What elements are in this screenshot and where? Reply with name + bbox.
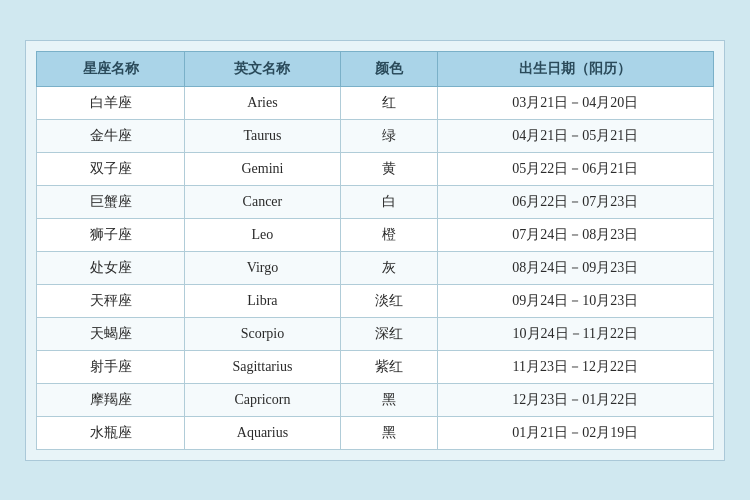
- cell-color: 白: [340, 185, 437, 218]
- cell-english-name: Aquarius: [185, 416, 340, 449]
- col-header-english: 英文名称: [185, 51, 340, 86]
- table-row: 摩羯座Capricorn黑12月23日－01月22日: [37, 383, 714, 416]
- cell-dates: 06月22日－07月23日: [437, 185, 713, 218]
- table-row: 射手座Sagittarius紫红11月23日－12月22日: [37, 350, 714, 383]
- cell-color: 灰: [340, 251, 437, 284]
- cell-dates: 11月23日－12月22日: [437, 350, 713, 383]
- col-header-color: 颜色: [340, 51, 437, 86]
- cell-chinese-name: 处女座: [37, 251, 185, 284]
- cell-english-name: Taurus: [185, 119, 340, 152]
- table-header-row: 星座名称 英文名称 颜色 出生日期（阳历）: [37, 51, 714, 86]
- cell-color: 深红: [340, 317, 437, 350]
- table-row: 天秤座Libra淡红09月24日－10月23日: [37, 284, 714, 317]
- cell-chinese-name: 天蝎座: [37, 317, 185, 350]
- cell-dates: 05月22日－06月21日: [437, 152, 713, 185]
- table-row: 处女座Virgo灰08月24日－09月23日: [37, 251, 714, 284]
- cell-chinese-name: 白羊座: [37, 86, 185, 119]
- cell-color: 红: [340, 86, 437, 119]
- table-row: 天蝎座Scorpio深红10月24日－11月22日: [37, 317, 714, 350]
- cell-dates: 01月21日－02月19日: [437, 416, 713, 449]
- cell-chinese-name: 金牛座: [37, 119, 185, 152]
- cell-color: 橙: [340, 218, 437, 251]
- cell-english-name: Sagittarius: [185, 350, 340, 383]
- cell-color: 淡红: [340, 284, 437, 317]
- cell-dates: 12月23日－01月22日: [437, 383, 713, 416]
- cell-dates: 07月24日－08月23日: [437, 218, 713, 251]
- cell-chinese-name: 天秤座: [37, 284, 185, 317]
- cell-english-name: Leo: [185, 218, 340, 251]
- cell-english-name: Libra: [185, 284, 340, 317]
- zodiac-table: 星座名称 英文名称 颜色 出生日期（阳历） 白羊座Aries红03月21日－04…: [36, 51, 714, 450]
- table-row: 双子座Gemini黄05月22日－06月21日: [37, 152, 714, 185]
- cell-english-name: Virgo: [185, 251, 340, 284]
- table-row: 白羊座Aries红03月21日－04月20日: [37, 86, 714, 119]
- table-row: 狮子座Leo橙07月24日－08月23日: [37, 218, 714, 251]
- cell-color: 黑: [340, 383, 437, 416]
- cell-chinese-name: 摩羯座: [37, 383, 185, 416]
- cell-chinese-name: 射手座: [37, 350, 185, 383]
- cell-dates: 10月24日－11月22日: [437, 317, 713, 350]
- cell-english-name: Cancer: [185, 185, 340, 218]
- cell-english-name: Aries: [185, 86, 340, 119]
- col-header-chinese: 星座名称: [37, 51, 185, 86]
- cell-color: 绿: [340, 119, 437, 152]
- cell-color: 黑: [340, 416, 437, 449]
- cell-english-name: Gemini: [185, 152, 340, 185]
- cell-dates: 03月21日－04月20日: [437, 86, 713, 119]
- table-row: 水瓶座Aquarius黑01月21日－02月19日: [37, 416, 714, 449]
- col-header-dates: 出生日期（阳历）: [437, 51, 713, 86]
- table-row: 巨蟹座Cancer白06月22日－07月23日: [37, 185, 714, 218]
- cell-color: 黄: [340, 152, 437, 185]
- cell-chinese-name: 双子座: [37, 152, 185, 185]
- zodiac-table-container: 星座名称 英文名称 颜色 出生日期（阳历） 白羊座Aries红03月21日－04…: [25, 40, 725, 461]
- cell-english-name: Scorpio: [185, 317, 340, 350]
- cell-chinese-name: 狮子座: [37, 218, 185, 251]
- cell-english-name: Capricorn: [185, 383, 340, 416]
- cell-dates: 08月24日－09月23日: [437, 251, 713, 284]
- table-row: 金牛座Taurus绿04月21日－05月21日: [37, 119, 714, 152]
- cell-chinese-name: 水瓶座: [37, 416, 185, 449]
- cell-dates: 04月21日－05月21日: [437, 119, 713, 152]
- cell-color: 紫红: [340, 350, 437, 383]
- cell-dates: 09月24日－10月23日: [437, 284, 713, 317]
- cell-chinese-name: 巨蟹座: [37, 185, 185, 218]
